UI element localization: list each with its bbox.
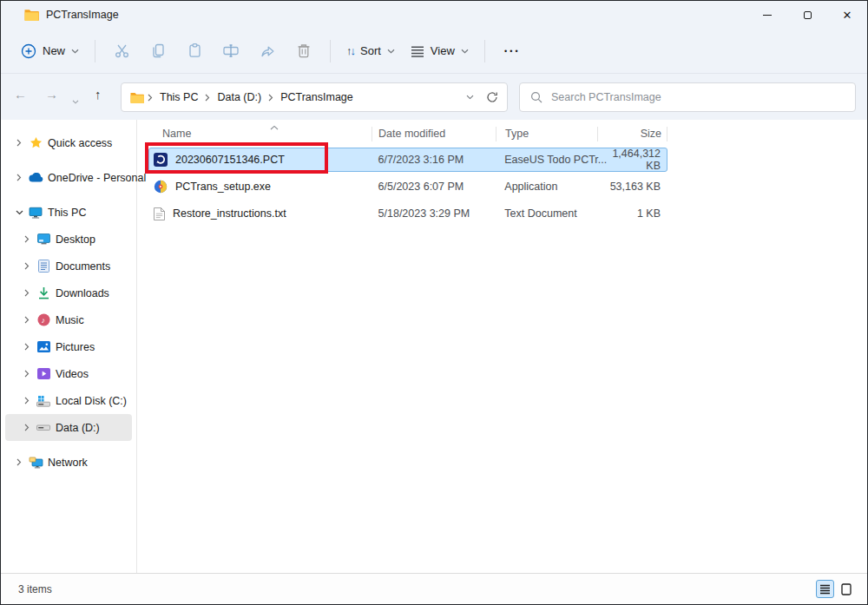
sidebar-item-local-disk-c[interactable]: Local Disk (C:) (5, 387, 132, 414)
large-icons-view-button[interactable] (837, 580, 855, 598)
chevron-right-icon (144, 94, 156, 102)
column-header-date-modified[interactable]: Date modified (372, 127, 496, 141)
delete-button[interactable] (286, 36, 322, 66)
file-row-restore-txt[interactable]: Restore_instructions.txt 5/18/2023 3:29 … (148, 201, 667, 226)
file-name: 20230607151346.PCT (175, 154, 285, 166)
file-size: 1,464,312 KB (597, 148, 667, 172)
file-row-setup-exe[interactable]: PCTrans_setup.exe 6/5/2023 6:07 PM Appli… (148, 174, 667, 199)
column-header-name[interactable]: Name (148, 127, 372, 141)
exe-file-icon (154, 180, 168, 194)
sidebar-item-network[interactable]: Network (5, 449, 132, 476)
chevron-down-icon (461, 49, 469, 54)
breadcrumb-this-pc[interactable]: This PC (156, 91, 201, 103)
content-area: Quick access OneDrive - Personal This PC… (1, 120, 867, 573)
up-button[interactable]: ↑ (95, 87, 102, 102)
svg-text:♪: ♪ (41, 316, 45, 325)
chevron-right-icon[interactable] (12, 458, 26, 466)
sidebar-item-quick-access[interactable]: Quick access (5, 129, 132, 156)
see-more-button[interactable]: ••• (493, 36, 529, 66)
pct-file-icon (154, 153, 168, 167)
minimize-button[interactable] (747, 1, 787, 29)
chevron-down-icon (71, 49, 79, 54)
cut-button[interactable] (103, 36, 140, 66)
sidebar-item-this-pc[interactable]: This PC (5, 199, 132, 226)
sidebar-item-pictures[interactable]: Pictures (5, 333, 132, 360)
search-input[interactable] (551, 91, 845, 103)
sidebar-item-label: Videos (56, 368, 89, 380)
view-button[interactable]: View (403, 39, 477, 62)
sidebar-item-music[interactable]: ♪ Music (5, 306, 132, 333)
file-list-panel: Name Date modified Type Size 20230607151… (137, 120, 867, 573)
pictures-icon (34, 341, 53, 352)
close-icon: ✕ (843, 9, 852, 22)
new-button-label: New (43, 44, 65, 57)
chevron-right-icon[interactable] (20, 397, 34, 404)
sidebar-item-label: Desktop (56, 233, 95, 246)
large-icons-view-icon (841, 583, 852, 595)
network-icon (26, 457, 45, 469)
copy-button[interactable] (140, 36, 176, 66)
folder-icon (24, 9, 39, 21)
cut-icon (114, 43, 130, 59)
chevron-right-icon[interactable] (20, 316, 34, 324)
forward-button[interactable]: → (45, 87, 58, 102)
chevron-down-icon[interactable] (12, 210, 26, 215)
file-row-pct-image[interactable]: 20230607151346.PCT 6/7/2023 3:16 PM Ease… (148, 148, 667, 172)
search-icon (530, 91, 542, 103)
breadcrumb-pctransimage[interactable]: PCTransImage (277, 91, 357, 103)
onedrive-cloud-icon (26, 173, 45, 182)
search-box[interactable] (519, 82, 856, 112)
refresh-button[interactable] (486, 91, 498, 103)
sidebar-item-label: Data (D:) (56, 422, 100, 434)
chevron-right-icon[interactable] (20, 370, 34, 378)
sidebar-item-onedrive[interactable]: OneDrive - Personal (5, 164, 132, 191)
paste-button[interactable] (176, 36, 213, 66)
maximize-icon (804, 11, 812, 19)
chevron-right-icon[interactable] (12, 139, 26, 147)
column-header-type[interactable]: Type (496, 127, 598, 141)
sidebar-item-downloads[interactable]: Downloads (5, 279, 132, 306)
file-date-modified: 6/7/2023 3:16 PM (372, 154, 496, 166)
chevron-right-icon[interactable] (20, 235, 34, 243)
chevron-right-icon[interactable] (20, 262, 34, 270)
sidebar-item-label: Downloads (56, 287, 109, 299)
view-button-label: View (431, 44, 455, 57)
title-bar: PCTransImage ✕ (1, 1, 867, 29)
maximize-button[interactable] (787, 1, 827, 29)
toolbar-separator (330, 40, 331, 62)
sidebar-item-label: Local Disk (C:) (56, 395, 127, 407)
chevron-right-icon[interactable] (20, 424, 34, 431)
column-header-row: Name Date modified Type Size (148, 122, 867, 145)
share-button[interactable] (249, 36, 286, 66)
chevron-right-icon[interactable] (12, 174, 26, 181)
folder-icon (130, 92, 144, 103)
sidebar-item-label: OneDrive - Personal (48, 172, 146, 184)
chevron-down-icon (387, 49, 395, 54)
close-button[interactable]: ✕ (827, 1, 867, 29)
details-view-button[interactable] (816, 580, 834, 598)
rename-button[interactable] (213, 36, 249, 66)
rename-icon (222, 43, 240, 59)
local-disk-icon (34, 395, 53, 407)
address-dropdown-button[interactable] (466, 95, 474, 100)
breadcrumb[interactable]: This PC Data (D:) PCTransImage (121, 82, 508, 112)
paste-icon (187, 43, 203, 59)
column-header-size[interactable]: Size (598, 127, 667, 141)
sidebar-item-label: This PC (48, 207, 86, 219)
new-plus-icon (21, 43, 36, 59)
back-button[interactable]: ← (14, 87, 27, 102)
file-size: 53,163 KB (597, 181, 667, 193)
chevron-right-icon[interactable] (20, 289, 34, 297)
chevron-right-icon[interactable] (20, 343, 34, 351)
sidebar-item-documents[interactable]: Documents (5, 253, 132, 279)
recent-locations-button[interactable] (72, 92, 79, 107)
breadcrumb-data-d[interactable]: Data (D:) (214, 91, 265, 103)
sort-button[interactable]: ↑↓ Sort (339, 39, 403, 62)
items-count: 3 items (18, 583, 52, 595)
sidebar-item-videos[interactable]: Videos (5, 360, 132, 387)
videos-icon (34, 368, 53, 379)
file-name: PCTrans_setup.exe (175, 181, 271, 193)
new-button[interactable]: New (13, 38, 87, 64)
sidebar-item-data-d[interactable]: Data (D:) (5, 414, 132, 441)
sidebar-item-desktop[interactable]: Desktop (5, 226, 132, 253)
